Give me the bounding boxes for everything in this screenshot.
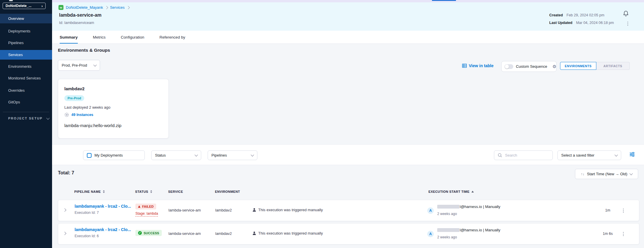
sort-label: Start Time (New → Old): [587, 172, 627, 176]
project-selector[interactable]: DoNotDelete_... ›: [3, 3, 46, 9]
search-input[interactable]: [504, 153, 547, 158]
artifact-name: lambda-manju:hello-world.zip: [64, 123, 121, 128]
executions-table-header: PIPELINE NAME STATUS SERVICE ENVIRONMENT…: [58, 190, 639, 196]
user-email-text: l@harness.io | Manually: [460, 228, 500, 232]
chevron-right-icon: [105, 6, 108, 9]
sort-icon: [150, 190, 152, 193]
pipeline-link[interactable]: lambdamayank - lrca2 - Clo...: [75, 227, 131, 232]
project-selector-label: DoNotDelete_...: [6, 4, 32, 8]
tab-configuration[interactable]: Configuration: [121, 31, 144, 44]
sidebar-item-monitored-services[interactable]: Monitored Services: [0, 73, 52, 83]
sidebar-item-deployments[interactable]: Deployments: [0, 26, 52, 36]
column-status[interactable]: STATUS: [135, 190, 152, 193]
instances-link[interactable]: 49 Instances: [64, 112, 93, 117]
sort-icon: [103, 190, 105, 193]
column-service: SERVICE: [168, 190, 183, 193]
sidebar-top-fragment: [9, 0, 13, 1]
sidebar-item-environments[interactable]: Environments: [0, 62, 52, 71]
custom-sequence-toggle[interactable]: [504, 64, 513, 69]
status-label: FAILED: [142, 205, 154, 208]
tab-summary[interactable]: Summary: [60, 31, 78, 44]
failed-stage-link[interactable]: Stage: lambda: [135, 211, 158, 216]
tab-referenced-by[interactable]: Referenced by: [159, 31, 185, 44]
total-count: Total: 7: [58, 170, 74, 176]
sidebar-item-overrides[interactable]: Overrides: [0, 86, 52, 95]
my-deployments-label: My Deployments: [94, 153, 123, 157]
page-title: lambda-service-am: [59, 13, 101, 18]
breadcrumb-services-link[interactable]: Services: [110, 5, 125, 10]
service-id: Id: lambdaserviceam: [59, 20, 94, 25]
cd-module-icon: ∞: [58, 5, 63, 10]
notification-bell-icon[interactable]: [623, 11, 629, 17]
execution-id: Execution Id: 6: [75, 234, 99, 238]
env-artifact-segmented-control: ENVIRONMENTS ARTIFACTS: [560, 62, 630, 70]
chevron-down-icon: [614, 153, 618, 156]
avatar: A: [427, 207, 434, 214]
my-deployments-filter[interactable]: My Deployments: [83, 150, 145, 160]
last-deployed-text: Last deployed 2 weeks ago: [64, 105, 111, 110]
search-box[interactable]: [494, 150, 553, 160]
pipelines-filter-label: Pipelines: [211, 153, 227, 157]
last-updated-row: Last Updated Mar 04, 2024 06:18 pm: [549, 21, 614, 25]
deployments-filter-bar: My Deployments Status Pipelines Select a…: [52, 144, 644, 165]
custom-sequence-label: Custom Sequence: [516, 64, 547, 69]
top-bar: [52, 0, 644, 2]
user-line: l@harness.io | Manually: [437, 204, 500, 209]
header-more-menu[interactable]: [626, 21, 629, 27]
row-more-menu[interactable]: [622, 231, 625, 237]
pipelines-filter-dropdown[interactable]: Pipelines: [208, 150, 257, 160]
row-more-menu[interactable]: [622, 208, 625, 214]
success-check-icon: [138, 231, 142, 235]
env-type-badge: Pre-Prod: [64, 95, 84, 101]
status-badge-success: SUCCESS: [135, 230, 162, 236]
sidebar-item-gitops[interactable]: GitOps: [0, 97, 52, 107]
environment-cell: lambdav2: [215, 231, 232, 236]
instances-count-label: 49 Instances: [71, 113, 93, 117]
view-in-table-link[interactable]: View in table: [462, 63, 494, 68]
expand-row-icon[interactable]: [63, 208, 66, 211]
service-cell: lambda-service-am: [168, 231, 201, 236]
sidebar-project-setup[interactable]: PROJECT SETUP: [8, 117, 49, 120]
column-pipeline-name[interactable]: PIPELINE NAME: [74, 190, 105, 193]
column-environment-label: ENVIRONMENT: [215, 190, 240, 193]
custom-sequence-control: Custom Sequence ⚙: [501, 61, 557, 72]
sort-dropdown[interactable]: ↑↓ Start Time (New → Old): [575, 169, 638, 179]
sidebar-item-services[interactable]: Services: [0, 50, 52, 60]
column-status-label: STATUS: [135, 190, 148, 193]
gear-icon[interactable]: ⚙: [552, 64, 556, 69]
execution-row[interactable]: lambdamayank - lrca2 - Clo... Execution …: [58, 200, 639, 221]
sidebar-item-overview[interactable]: Overview: [0, 14, 52, 23]
execution-row[interactable]: lambdamayank - lrca2 - Clo... Execution …: [58, 223, 639, 244]
my-deployments-checkbox[interactable]: [87, 153, 92, 158]
sidebar-item-pipelines[interactable]: Pipelines: [0, 38, 52, 48]
execution-duration: 1m 6s: [593, 232, 622, 236]
user-icon: [252, 208, 256, 212]
avatar: A: [427, 231, 434, 237]
environments-groups-heading: Environments & Groups: [58, 48, 110, 53]
environment-filter-dropdown[interactable]: Prod, Pre-Prod: [58, 60, 100, 71]
user-email-text: l@harness.io | Manually: [460, 204, 500, 209]
saved-filter-dropdown[interactable]: Select a saved filter: [557, 150, 621, 160]
page-header: ∞ DoNotDelete_Mayank Services lambda-ser…: [52, 2, 644, 31]
breadcrumb-project-link[interactable]: DoNotDelete_Mayank: [66, 5, 103, 10]
created-value: Feb 29, 2024 02:05 pm: [566, 13, 604, 17]
segment-environments[interactable]: ENVIRONMENTS: [560, 62, 596, 70]
chevron-down-icon: [629, 172, 633, 175]
trigger-info: This execution was triggered manually: [252, 231, 323, 235]
search-icon: [498, 153, 502, 157]
filter-sliders-icon[interactable]: [629, 152, 635, 157]
segment-artifacts[interactable]: ARTIFACTS: [596, 62, 630, 70]
expand-row-icon[interactable]: [63, 232, 66, 235]
chevron-down-icon: [251, 153, 254, 156]
redacted-username: [437, 205, 459, 209]
environment-card[interactable]: lambdav2 Pre-Prod Last deployed 2 weeks …: [58, 79, 169, 138]
column-service-label: SERVICE: [168, 190, 183, 193]
chevron-right-icon: [126, 6, 130, 9]
tab-metrics[interactable]: Metrics: [93, 31, 106, 44]
user-line: l@harness.io | Manually: [437, 228, 500, 232]
column-environment: ENVIRONMENT: [215, 190, 240, 193]
column-execution-start-time[interactable]: EXECUTION START TIME: [428, 190, 474, 193]
status-filter-dropdown[interactable]: Status: [151, 150, 201, 160]
chevron-down-icon: [46, 116, 49, 119]
pipeline-link[interactable]: lambdamayank - lrca2 - Clo...: [75, 204, 131, 209]
